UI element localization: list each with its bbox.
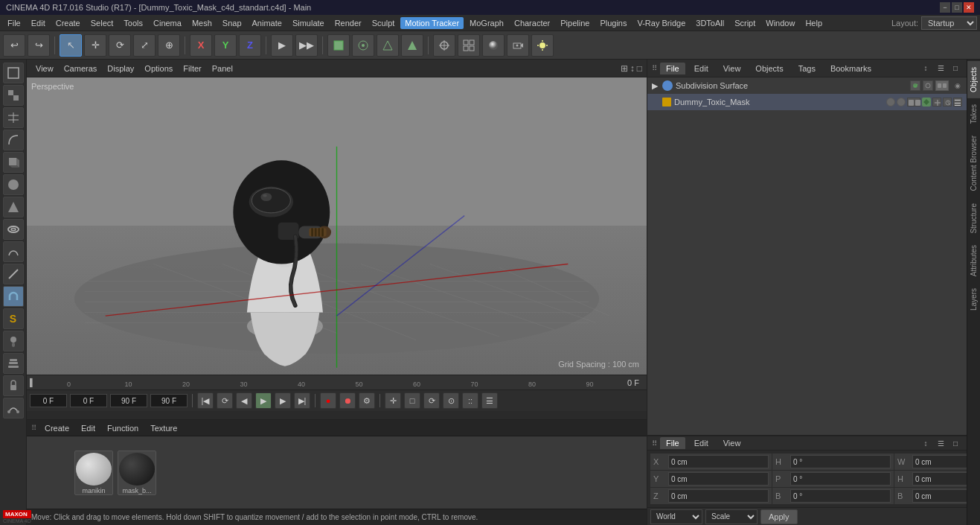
obj-icon-2[interactable]: ☰	[934, 62, 947, 75]
sidebar-object-btn[interactable]	[3, 63, 24, 83]
menu-cinema[interactable]: Cinema	[149, 17, 186, 29]
menu-tools[interactable]: Tools	[119, 17, 147, 29]
object-mode-button[interactable]	[327, 34, 350, 57]
zaxis-button[interactable]: Z	[239, 34, 261, 57]
subdiv-expand[interactable]: ▶	[652, 81, 659, 91]
mat-edit-menu[interactable]: Edit	[77, 423, 99, 433]
tc-move-keys[interactable]: ✛	[385, 392, 401, 409]
tc-goto-start[interactable]: |◀	[197, 392, 214, 409]
timeline-preview-start[interactable]	[70, 394, 107, 407]
redo-button[interactable]: ↪	[28, 34, 50, 57]
menu-sculpt[interactable]: Sculpt	[368, 17, 400, 29]
obj-icon-1[interactable]: ↕	[919, 62, 932, 75]
vp-cameras-menu[interactable]: Cameras	[60, 63, 102, 74]
attrs-icon-2[interactable]: ☰	[934, 436, 947, 450]
obj-tab-objects[interactable]: Objects	[749, 63, 789, 74]
viewport-3d[interactable]: Y X Perspective Grid Spacing : 100 cm	[27, 77, 647, 375]
tc-key-settings[interactable]: ⚙	[359, 392, 375, 409]
sidebar-cone-btn[interactable]	[3, 197, 24, 217]
rotate-tool-button[interactable]: ⟳	[109, 34, 131, 57]
menu-plugins[interactable]: Plugins	[595, 17, 631, 29]
sidebar-knife-btn[interactable]	[3, 264, 24, 284]
vp-icon-1[interactable]: ⊞	[621, 63, 628, 74]
menu-character[interactable]: Character	[510, 17, 554, 29]
coord-system-select[interactable]: World Object Screen	[650, 509, 702, 524]
obj-icon-3[interactable]: □	[949, 62, 962, 75]
close-button[interactable]: ✕	[964, 2, 974, 13]
z-input[interactable]	[668, 489, 769, 503]
attrs-icon-1[interactable]: ↕	[919, 436, 932, 450]
camera-button[interactable]	[507, 34, 529, 57]
menu-create[interactable]: Create	[51, 17, 85, 29]
obj-tab-view[interactable]: View	[717, 63, 747, 74]
vp-icon-3[interactable]: □	[637, 63, 642, 74]
mat-create-menu[interactable]: Create	[41, 423, 73, 433]
sidebar-freeform-btn[interactable]	[3, 241, 24, 262]
scale-select[interactable]: Scale Size	[705, 509, 758, 524]
obj-tab-bookmarks[interactable]: Bookmarks	[824, 63, 877, 74]
menu-mesh[interactable]: Mesh	[188, 17, 217, 29]
scale-tool-button[interactable]: ⤢	[133, 34, 156, 57]
vp-filter-menu[interactable]: Filter	[179, 63, 205, 74]
mat-texture-menu[interactable]: Texture	[147, 423, 181, 433]
menu-vray[interactable]: V-Ray Bridge	[632, 17, 690, 29]
attrs-tab-edit[interactable]: Edit	[688, 437, 714, 449]
undo-button[interactable]: ↩	[3, 34, 25, 57]
p-input[interactable]	[790, 472, 891, 486]
menu-motion-tracker[interactable]: Motion Tracker	[400, 17, 464, 29]
apply-button[interactable]: Apply	[760, 509, 798, 524]
sidebar-grid-btn[interactable]	[3, 107, 24, 128]
snap-button[interactable]	[433, 34, 455, 57]
sidebar-torus-btn[interactable]	[3, 219, 24, 240]
sidebar-scene-btn[interactable]	[3, 85, 24, 106]
obj-dot-2[interactable]	[897, 98, 906, 106]
obj-tab-edit[interactable]: Edit	[688, 63, 714, 74]
material-manikin[interactable]: manikin	[74, 451, 113, 495]
sidebar-sphere-btn[interactable]	[3, 174, 24, 195]
grid-button[interactable]	[458, 34, 480, 57]
layout-select[interactable]: Startup Standard	[921, 16, 977, 30]
tc-loop[interactable]: ⟳	[217, 392, 233, 409]
mat-function-menu[interactable]: Function	[103, 423, 142, 433]
tc-record[interactable]: ●	[320, 392, 336, 409]
rs-tab-structure[interactable]: Structure	[967, 197, 980, 240]
subdiv-ctrl-1[interactable]	[910, 80, 920, 91]
objects-list-row[interactable]: Dummy_Toxic_Mask ☰	[647, 94, 967, 110]
vp-icon-2[interactable]: ↕	[630, 63, 635, 74]
sidebar-cube-btn[interactable]	[3, 152, 24, 173]
menu-file[interactable]: File	[3, 17, 25, 29]
attrs-tab-file[interactable]: File	[660, 437, 685, 449]
sidebar-layers-btn[interactable]	[3, 353, 24, 374]
sidebar-paint-btn[interactable]	[3, 331, 24, 351]
obj-dot-1[interactable]	[886, 98, 895, 106]
rs-tab-objects[interactable]: Objects	[967, 61, 980, 98]
vp-display-menu[interactable]: Display	[103, 63, 138, 74]
menu-snap[interactable]: Snap	[218, 17, 246, 29]
xaxis-button[interactable]: X	[190, 34, 212, 57]
obj-tab-tags[interactable]: Tags	[792, 63, 822, 74]
world-tool-button[interactable]: ⊕	[158, 34, 180, 57]
tc-rotate-keys[interactable]: ⟳	[423, 392, 440, 409]
tc-select-keys[interactable]: □	[404, 392, 420, 409]
menu-3dtoall[interactable]: 3DToAll	[691, 17, 728, 29]
tc-goto-end[interactable]: ▶|	[294, 392, 310, 409]
obj-tag-1[interactable]	[922, 98, 931, 106]
render-preview-button[interactable]: ▶	[271, 34, 293, 57]
sidebar-lock-btn[interactable]	[3, 375, 24, 396]
b-input[interactable]	[790, 489, 891, 503]
x-input[interactable]	[668, 455, 769, 468]
tc-timeline-options[interactable]: ☰	[481, 392, 498, 409]
subdiv-ctrl-2[interactable]	[923, 80, 933, 91]
rs-tab-content[interactable]: Content Browser	[967, 130, 980, 197]
menu-edit[interactable]: Edit	[27, 17, 50, 29]
rs-tab-takes[interactable]: Takes	[967, 98, 980, 130]
attrs-tab-view[interactable]: View	[717, 437, 747, 449]
timeline-preview-end[interactable]	[110, 394, 147, 407]
y-input[interactable]	[668, 472, 769, 486]
attrs-icon-3[interactable]: □	[949, 436, 962, 450]
menu-render[interactable]: Render	[330, 17, 366, 29]
tc-auto-key[interactable]: ⏺	[339, 392, 356, 409]
move-tool-button[interactable]: ✛	[84, 34, 106, 57]
menu-script[interactable]: Script	[730, 17, 760, 29]
tc-next-key[interactable]: ▶	[275, 392, 291, 409]
